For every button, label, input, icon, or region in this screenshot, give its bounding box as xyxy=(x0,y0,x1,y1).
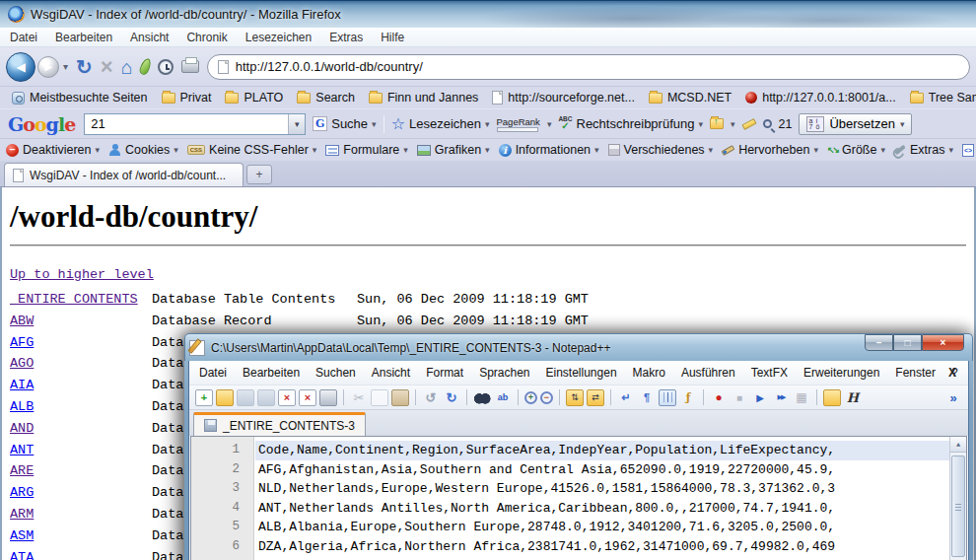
find-icon[interactable] xyxy=(473,389,491,406)
webdev-extras[interactable]: Extras▾ xyxy=(894,143,953,157)
close-file-icon[interactable] xyxy=(278,389,296,406)
replace-icon[interactable] xyxy=(494,389,512,406)
webdev-css[interactable]: CSSKeine CSS-Fehler▾ xyxy=(187,143,317,157)
menu-datei[interactable]: Datei xyxy=(10,31,37,44)
npp-menu-makro[interactable]: Makro xyxy=(633,366,665,380)
history-clock-icon[interactable] xyxy=(158,59,174,75)
npp-tab-entire-contents[interactable]: _ENTIRE_CONTENTS-3 xyxy=(193,412,366,436)
history-dropdown-icon[interactable]: ▾ xyxy=(63,61,68,72)
chevron-down-icon[interactable]: ▾ xyxy=(547,119,552,129)
npp-menu-sprachen[interactable]: Sprachen xyxy=(479,366,529,380)
entry-link[interactable]: ARM xyxy=(10,507,152,522)
zoom-out-icon[interactable] xyxy=(540,391,553,404)
minimize-button[interactable]: – xyxy=(865,334,893,351)
stop-button[interactable]: × xyxy=(101,56,113,78)
editor-area[interactable]: 1 2 3 4 5 6 Code,Name,Continent,Region,S… xyxy=(190,436,967,560)
cut-icon[interactable] xyxy=(350,389,368,406)
search-dropdown-icon[interactable]: ▾ xyxy=(288,114,305,134)
maximize-button[interactable]: □ xyxy=(893,334,922,351)
bookmark-folder-search[interactable]: Search xyxy=(293,91,359,105)
close-button[interactable]: × xyxy=(922,334,964,351)
back-button[interactable]: ◀ xyxy=(6,52,35,82)
stop-macro-icon[interactable] xyxy=(731,389,748,406)
new-file-icon[interactable] xyxy=(195,389,213,406)
bookmark-meistbesuchte[interactable]: Meistbesuchte Seiten xyxy=(8,91,152,105)
indent-guide-icon[interactable] xyxy=(659,389,676,406)
webdev-quelltext[interactable]: <>Quelltext xyxy=(962,143,976,157)
show-all-characters-icon[interactable] xyxy=(638,389,656,406)
pagerank-widget[interactable]: PageRank xyxy=(497,116,540,132)
entry-link[interactable]: AGO xyxy=(10,356,152,371)
menu-ansicht[interactable]: Ansicht xyxy=(130,31,169,44)
entry-link[interactable]: _ENTIRE_CONTENTS xyxy=(10,292,152,307)
menu-bearbeiten[interactable]: Bearbeiten xyxy=(55,31,112,44)
save-icon[interactable] xyxy=(237,389,254,406)
npp-doc-close[interactable]: X xyxy=(948,366,956,380)
tab-wsgidav[interactable]: WsgiDAV - Index of /world-db/count... xyxy=(4,163,244,186)
textfx-folder-icon[interactable] xyxy=(823,389,841,406)
sync-horizontal-icon[interactable] xyxy=(587,389,604,406)
forward-button[interactable]: ▶ xyxy=(37,56,59,78)
menu-hilfe[interactable]: Hilfe xyxy=(381,31,404,44)
toolbar-overflow-icon[interactable] xyxy=(944,389,962,406)
entry-link[interactable]: ALB xyxy=(10,399,152,414)
print-icon[interactable] xyxy=(319,389,337,406)
undo-icon[interactable] xyxy=(422,389,440,406)
scroll-up-arrow[interactable]: ▲ xyxy=(950,437,966,453)
home-button[interactable]: ⌂ xyxy=(121,57,133,77)
translate-button[interactable]: aí7öÜbersetzen▾ xyxy=(799,113,912,135)
npp-menu-ansicht[interactable]: Ansicht xyxy=(372,366,410,380)
webdev-formulare[interactable]: Formulare▾ xyxy=(325,143,408,157)
play-macro-icon[interactable] xyxy=(751,389,769,406)
redo-icon[interactable] xyxy=(443,389,460,406)
google-lesezeichen-button[interactable]: ☆Lesezeichen▾ xyxy=(391,116,490,132)
npp-menu-datei[interactable]: Datei xyxy=(199,366,227,380)
notepadpp-titlebar[interactable]: C:\Users\Martin\AppData\Local\Temp\_ENTI… xyxy=(184,333,973,361)
up-level-link[interactable]: Up to higher level xyxy=(10,267,154,282)
open-file-icon[interactable] xyxy=(216,389,234,406)
entry-link[interactable]: ABW xyxy=(10,314,152,328)
sage-leaf-icon[interactable] xyxy=(138,57,153,76)
google-search-input[interactable] xyxy=(85,116,288,131)
code-area[interactable]: Code,Name,Continent,Region,SurfaceArea,I… xyxy=(255,437,949,560)
npp-menu-fenster[interactable]: Fenster xyxy=(895,366,936,380)
view-html-icon[interactable] xyxy=(844,389,862,406)
save-macro-icon[interactable] xyxy=(793,389,810,406)
bookmark-folder-privat[interactable]: Privat xyxy=(158,91,216,105)
highlighter-icon[interactable] xyxy=(741,118,756,130)
spellcheck-button[interactable]: ABC✓Rechtschreibprüfung▾ xyxy=(558,116,703,132)
chevron-down-icon[interactable]: ▾ xyxy=(731,119,735,129)
zoom-in-icon[interactable] xyxy=(524,391,537,404)
bookmark-folder-plato[interactable]: PLATO xyxy=(221,91,287,105)
magnifier-icon[interactable] xyxy=(763,119,772,128)
entry-link[interactable]: ASM xyxy=(10,528,152,543)
webdev-deaktivieren[interactable]: –Deaktivieren▾ xyxy=(6,143,100,157)
print-icon[interactable] xyxy=(181,60,199,73)
bookmark-folder-tree-samples[interactable]: Tree Samples xyxy=(906,91,976,105)
entry-link[interactable]: ATA xyxy=(10,550,152,560)
webdev-informationen[interactable]: iInformationen▾ xyxy=(499,143,599,157)
webdev-grafiken[interactable]: Grafiken▾ xyxy=(417,143,490,157)
menu-extras[interactable]: Extras xyxy=(329,31,363,44)
sync-vertical-icon[interactable] xyxy=(566,389,584,406)
google-suche-button[interactable]: GSuche▾ xyxy=(313,116,376,131)
autofill-icon[interactable] xyxy=(710,118,724,129)
word-wrap-icon[interactable] xyxy=(617,389,635,406)
bookmark-localhost[interactable]: http://127.0.0.1:8001/a... xyxy=(741,91,900,105)
vertical-scrollbar[interactable]: ▲ xyxy=(949,437,966,560)
npp-menu-erweiterungen[interactable]: Erweiterungen xyxy=(803,366,879,380)
webdev-groesse[interactable]: ↖↘Größe▾ xyxy=(827,143,885,157)
entry-link[interactable]: ARE xyxy=(10,463,152,478)
run-macro-multiple-icon[interactable] xyxy=(772,389,790,406)
entry-link[interactable]: AND xyxy=(10,421,152,436)
npp-menu-bearbeiten[interactable]: Bearbeiten xyxy=(243,366,300,380)
function-completion-icon[interactable] xyxy=(679,389,697,406)
url-bar[interactable] xyxy=(207,54,970,80)
paste-icon[interactable] xyxy=(391,389,409,406)
npp-menu-suchen[interactable]: Suchen xyxy=(315,366,356,380)
entry-link[interactable]: AFG xyxy=(10,335,152,350)
save-all-icon[interactable] xyxy=(257,389,275,406)
entry-link[interactable]: AIA xyxy=(10,378,152,392)
close-all-icon[interactable] xyxy=(299,389,316,406)
record-macro-icon[interactable] xyxy=(710,389,728,406)
